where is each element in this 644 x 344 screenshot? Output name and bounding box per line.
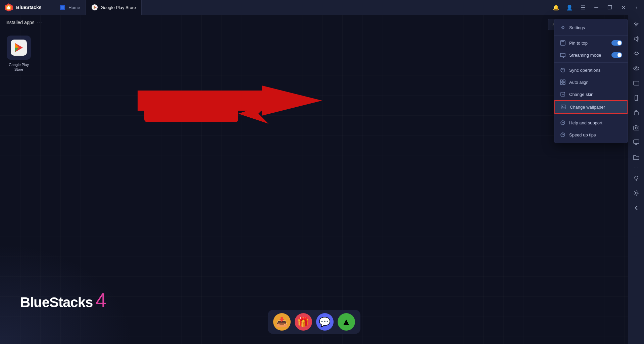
main-area: Installed apps ⋯ Google	[0, 15, 644, 344]
sync-icon	[560, 67, 566, 73]
svg-rect-28	[561, 105, 566, 109]
svg-rect-14	[144, 105, 238, 122]
menu-divider-2	[554, 62, 628, 63]
speed-up-tips-menu-item[interactable]: Speed up tips	[554, 129, 628, 141]
dock-item-app4[interactable]: ▲	[338, 313, 355, 331]
svg-marker-33	[634, 37, 637, 41]
svg-rect-24	[560, 82, 562, 84]
pin-to-top-toggle[interactable]	[611, 40, 622, 46]
svg-rect-19	[560, 53, 565, 57]
profile-button[interactable]: 👤	[563, 1, 576, 13]
maximize-button[interactable]: ❐	[604, 1, 616, 13]
sync-operations-menu-item[interactable]: Sync operations	[554, 64, 628, 76]
svg-rect-42	[634, 112, 638, 115]
sidebar-eye-button[interactable]	[630, 62, 643, 75]
sidebar-bulb-button[interactable]	[630, 172, 643, 185]
streaming-mode-label: Streaming mode	[569, 53, 608, 58]
dropdown-menu: ⚙ Settings Pin to top Streaming mode	[554, 19, 628, 143]
menu-divider-3	[554, 115, 628, 115]
play-store-tab-icon	[91, 4, 98, 11]
dock-item-discord[interactable]: 💬	[316, 313, 334, 331]
auto-align-menu-item[interactable]: Auto align	[554, 76, 628, 88]
speed-up-icon	[560, 132, 566, 138]
minimize-button[interactable]: ─	[590, 1, 602, 13]
watermark-number: 4	[95, 290, 106, 310]
settings-icon: ⚙	[560, 24, 566, 31]
sidebar-back-button[interactable]	[630, 201, 643, 215]
help-support-menu-item[interactable]: ? Help and support	[554, 117, 628, 129]
bottom-dock: 📥 🎁 💬 ▲	[268, 310, 360, 334]
app-grid: Google Play Store	[0, 30, 628, 77]
close-button[interactable]: ✕	[617, 1, 629, 13]
help-icon: ?	[560, 120, 566, 126]
sidebar-camera-button[interactable]	[630, 121, 643, 134]
tab-home-label: Home	[68, 5, 80, 10]
sidebar-more-dots[interactable]: ···	[634, 165, 639, 170]
bluestacks-watermark: BlueStacks 4	[20, 290, 107, 310]
sync-operations-label: Sync operations	[569, 68, 622, 73]
sidebar-volume-button[interactable]	[630, 32, 643, 46]
list-item[interactable]: Google Play Store	[5, 36, 32, 72]
change-wallpaper-label: Change wallpaper	[570, 105, 622, 110]
auto-align-icon	[560, 79, 566, 85]
tab-home[interactable]: Home	[54, 0, 86, 15]
right-sidebar: ···	[628, 15, 644, 344]
speed-up-tips-label: Speed up tips	[569, 132, 622, 137]
sidebar-screen-button[interactable]	[630, 76, 643, 90]
logo-area: BlueStacks	[0, 3, 54, 12]
tab-google-play-store[interactable]: Google Play Store	[86, 0, 142, 15]
streaming-icon	[560, 52, 566, 58]
svg-point-51	[635, 192, 637, 194]
back-button[interactable]: ‹	[631, 1, 643, 13]
dock-item-gift[interactable]: 🎁	[295, 313, 312, 331]
pin-to-top-label: Pin to top	[569, 41, 608, 46]
svg-marker-15	[238, 104, 268, 124]
svg-rect-17	[560, 41, 565, 45]
app-icon-google-play-store	[7, 36, 31, 60]
sidebar-resize-button[interactable]	[630, 47, 643, 60]
app-label-google-play-store: Google Play Store	[5, 62, 32, 72]
sidebar-expand-button[interactable]	[630, 17, 643, 31]
sidebar-luggage-button[interactable]	[630, 106, 643, 119]
svg-point-44	[635, 127, 637, 129]
dock-item-download[interactable]: 📥	[273, 313, 291, 331]
svg-text:?: ?	[562, 121, 564, 125]
change-wallpaper-icon	[560, 104, 566, 110]
menu-divider-1	[554, 35, 628, 36]
settings-menu-item[interactable]: ⚙ Settings	[554, 21, 628, 34]
svg-point-38	[635, 68, 637, 69]
svg-rect-39	[634, 81, 639, 85]
help-support-label: Help and support	[569, 120, 622, 125]
sidebar-gear-button[interactable]	[630, 186, 643, 200]
pin-icon	[560, 40, 566, 46]
svg-point-32	[561, 133, 565, 137]
svg-point-48	[635, 176, 638, 179]
change-wallpaper-menu-item[interactable]: Change wallpaper	[554, 100, 628, 114]
pin-to-top-menu-item[interactable]: Pin to top	[554, 37, 628, 49]
settings-label: Settings	[569, 25, 622, 30]
svg-rect-40	[635, 95, 638, 101]
bluestacks-logo-icon	[4, 3, 13, 12]
svg-rect-23	[563, 80, 565, 82]
red-arrow-annotation	[141, 100, 315, 128]
sidebar-folder-button[interactable]	[630, 150, 643, 164]
sidebar-mobile-button[interactable]	[630, 91, 643, 105]
svg-rect-22	[560, 80, 562, 82]
streaming-mode-toggle[interactable]	[611, 52, 622, 58]
svg-rect-43	[634, 126, 639, 130]
watermark-text: BlueStacks	[20, 294, 93, 310]
auto-align-label: Auto align	[569, 80, 622, 85]
sidebar-display-button[interactable]	[630, 135, 643, 149]
search-bar-area: 🔍	[0, 15, 628, 34]
left-panel: Installed apps ⋯ Google	[0, 15, 628, 344]
notification-button[interactable]: 🔔	[550, 1, 562, 13]
streaming-mode-menu-item[interactable]: Streaming mode	[554, 49, 628, 61]
hamburger-menu-button[interactable]: ☰	[577, 1, 589, 13]
app-name-label: BlueStacks	[16, 5, 41, 10]
change-skin-menu-item[interactable]: Change skin	[554, 88, 628, 100]
change-skin-label: Change skin	[569, 92, 622, 97]
svg-point-29	[562, 106, 563, 107]
title-bar-controls: 🔔 👤 ☰ ─ ❐ ✕ ‹	[550, 1, 644, 13]
svg-point-37	[634, 67, 639, 70]
tab-play-store-label: Google Play Store	[101, 5, 136, 10]
